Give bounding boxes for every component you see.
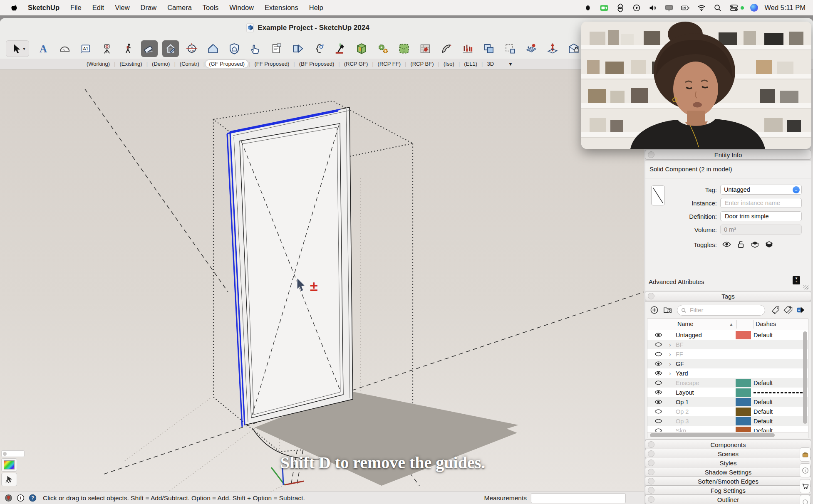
collapse-circle-icon[interactable]	[648, 469, 654, 475]
eye-hidden-icon[interactable]	[647, 351, 669, 357]
wall-flame-tool[interactable]	[417, 40, 434, 57]
eye-visible-icon[interactable]	[647, 390, 669, 395]
push-hand-tool[interactable]	[247, 40, 264, 57]
edit-tag-button[interactable]	[771, 305, 781, 315]
briefcase-button[interactable]	[800, 447, 811, 462]
axe-tool[interactable]	[332, 40, 349, 57]
eye-hidden-icon[interactable]	[647, 418, 669, 424]
profile-builder-tool[interactable]	[311, 40, 327, 57]
spotlight-icon[interactable]	[713, 3, 723, 13]
tag-color-swatch[interactable]	[736, 398, 751, 406]
wifi-icon[interactable]	[697, 3, 706, 13]
dashes-value[interactable]: Default	[754, 380, 773, 386]
name-column-header[interactable]: Name	[677, 321, 694, 327]
receive-shadows-toggle-icon[interactable]	[750, 240, 760, 249]
more-button[interactable]	[800, 495, 811, 504]
instance-input[interactable]	[724, 199, 801, 207]
dashes-value[interactable]: Default	[754, 332, 773, 338]
visibility-toggle-icon[interactable]	[722, 240, 731, 249]
menu-app-name[interactable]: SketchUp	[28, 4, 59, 12]
collapse-circle-icon[interactable]	[648, 450, 654, 457]
expand-chevron-icon[interactable]: ›	[669, 370, 676, 377]
collapse-circle-icon[interactable]	[648, 441, 654, 448]
horizontal-scrollbar[interactable]	[647, 432, 808, 438]
shield-home-tool[interactable]	[226, 40, 243, 57]
screen-record-icon[interactable]	[599, 3, 609, 13]
panel-header-scenes[interactable]: Scenes	[645, 449, 811, 459]
volume-icon[interactable]	[648, 3, 658, 13]
add-tag-folder-button[interactable]	[663, 305, 673, 315]
help-circle-icon[interactable]: ?	[27, 493, 37, 503]
menu-item-tools[interactable]: Tools	[203, 4, 219, 12]
tag-row-layout[interactable]: Layout	[647, 388, 808, 397]
tag-color-swatch[interactable]	[736, 417, 751, 425]
collapse-circle-icon[interactable]	[648, 151, 654, 158]
collapse-circle-icon[interactable]	[648, 293, 654, 299]
tag-row-op3[interactable]: Op 3Default	[647, 416, 808, 426]
menu-item-extensions[interactable]: Extensions	[265, 4, 298, 12]
geo-model-icon[interactable]	[3, 493, 13, 503]
scene-tab-bfproposed[interactable]: (BF Proposed)	[296, 60, 338, 68]
shortcuts-icon[interactable]	[615, 3, 625, 13]
tag-filter-field[interactable]	[677, 305, 765, 316]
resize-grip-icon[interactable]	[803, 285, 808, 289]
move-axes-button[interactable]	[1, 473, 17, 486]
copy-array-tool[interactable]	[481, 40, 497, 57]
tag-color-swatch[interactable]	[736, 379, 751, 387]
definition-input[interactable]	[724, 212, 801, 220]
eye-visible-icon[interactable]	[647, 399, 669, 405]
menu-item-view[interactable]: View	[115, 4, 129, 12]
dashes-value[interactable]: Default	[754, 408, 773, 415]
report-tool[interactable]	[268, 40, 285, 57]
site-analysis-tool[interactable]	[459, 40, 476, 57]
expand-chevron-icon[interactable]: ›	[669, 341, 676, 348]
collapse-circle-icon[interactable]	[648, 487, 654, 494]
scene-tab-working[interactable]: (Working)	[83, 60, 113, 68]
select-tool[interactable]: ▾	[6, 40, 29, 57]
scene-tab-rcpbf[interactable]: (RCP BF)	[407, 60, 437, 68]
measurements-input[interactable]	[531, 493, 626, 503]
scene-tab-rcpff[interactable]: (RCP FF)	[374, 60, 404, 68]
panel-header-fog-settings[interactable]: Fog Settings	[645, 485, 811, 495]
scene-tab-3d[interactable]: 3D	[483, 60, 497, 68]
tag-row-bf[interactable]: ›BF	[647, 340, 808, 349]
north-compass-tool[interactable]: CA·B	[183, 40, 200, 57]
panel-header-soften-smooth-edges[interactable]: Soften/Smooth Edges	[645, 476, 811, 486]
cast-shadows-toggle-icon[interactable]	[764, 240, 774, 249]
panel-header-shadow-settings[interactable]: Shadow Settings	[645, 467, 811, 477]
expand-chevron-icon[interactable]: ›	[669, 361, 676, 367]
color-wheel-button[interactable]	[1, 458, 17, 472]
tag-color-swatch[interactable]	[736, 388, 751, 397]
menu-item-file[interactable]: File	[70, 4, 82, 12]
panel-header-styles[interactable]: Styles	[645, 458, 811, 468]
expand-chevron-icon[interactable]: ›	[669, 351, 676, 358]
tags-header[interactable]: Tags	[645, 291, 811, 301]
arc-fan-tool[interactable]	[438, 40, 455, 57]
collapse-circle-icon[interactable]	[648, 496, 654, 503]
tag-color-swatch[interactable]	[736, 408, 751, 416]
edit-component-tool[interactable]	[162, 40, 179, 57]
menu-item-help[interactable]: Help	[309, 4, 323, 12]
scene-tab-constr[interactable]: (Constr)	[176, 60, 203, 68]
position-camera-tool[interactable]	[99, 40, 115, 57]
tag-row-op1[interactable]: Op 1Default	[647, 397, 808, 407]
scene-tab-rcpgf[interactable]: (RCP GF)	[341, 60, 372, 68]
export-tool[interactable]	[290, 40, 306, 57]
text-3d-tool[interactable]: A	[35, 40, 52, 57]
eye-hidden-icon[interactable]	[647, 342, 669, 347]
display-icon[interactable]	[664, 3, 674, 13]
info-button[interactable]: i	[800, 463, 811, 477]
scene-tab-gfproposed[interactable]: (GF Proposed)	[206, 60, 248, 68]
dashes-value[interactable]: Default	[754, 399, 773, 405]
walk-tool[interactable]	[120, 40, 136, 57]
dashes-pattern[interactable]	[754, 392, 803, 393]
record-dot-icon[interactable]	[583, 3, 593, 13]
protractor-tool[interactable]	[56, 40, 73, 57]
menu-item-camera[interactable]: Camera	[167, 4, 192, 12]
play-circle-icon[interactable]	[632, 3, 642, 13]
mini-toolbar-handle[interactable]	[1, 450, 25, 457]
menu-clock[interactable]: Wed 5:11 PM	[765, 4, 806, 12]
tag-dropdown[interactable]: Untagged ⌄	[720, 185, 802, 195]
scene-tab-el1[interactable]: (EL1)	[461, 60, 481, 68]
eye-visible-icon[interactable]	[647, 332, 669, 338]
